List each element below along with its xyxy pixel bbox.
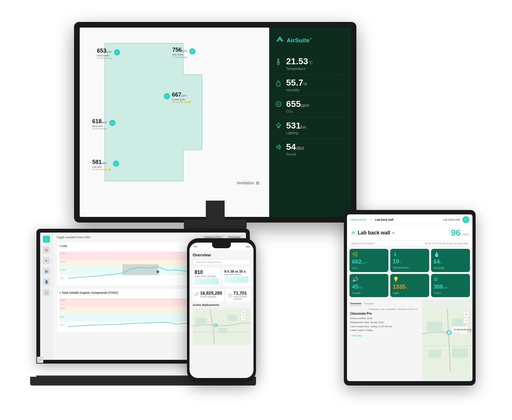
alerts-mini-chart <box>195 278 219 285</box>
nav-user-icon[interactable]: 👤 <box>43 278 50 285</box>
tvoc-chart-title: ≡ Total Volatile Organic Compounds (TVOC… <box>59 291 118 294</box>
monitor-stand-base <box>184 219 247 229</box>
tablet-page-name: Lab back wall <box>358 230 390 236</box>
sensor-kitchenette: 653ppm Kitchenette 13 minutes ago ✓ <box>97 48 120 59</box>
lighting-icon <box>275 123 282 130</box>
toggle-hours-filter[interactable]: Toggle standard hours filter <box>56 236 91 239</box>
lighting-value: 531 <box>286 121 301 130</box>
nav-map-icon[interactable]: ⊞ <box>43 246 50 253</box>
floorplan-panel: 653ppm Kitchenette 13 minutes ago ✓ 756p… <box>80 28 269 217</box>
tablet-report-time: As at 11:07:43 am (a few seconds ago) <box>425 242 469 245</box>
tablet-header: Deployments › Lab back wall Lab back wal… <box>347 214 472 225</box>
temperature-value: 21.53 <box>286 56 308 66</box>
laptop-sidebar: ⌂ ⊞ ● ▦ 👤 🛒 >> <box>40 233 53 360</box>
stats-panel: AirSuite™ 21.53°C <box>269 28 351 217</box>
tablet-deployments-nav[interactable]: Deployments <box>350 218 367 221</box>
phone-sensor-readings: 📈 16,825,285 Sensor readings <box>193 289 224 302</box>
sensor-mri-rimu: 756ppm MRI Rimu 15 minutes ago ✓ <box>172 47 195 58</box>
tablet-score-unit: /100 <box>462 233 469 236</box>
co2-label: CO₂ <box>286 109 309 113</box>
phone-page-title: Overview <box>193 253 250 257</box>
svg-point-14 <box>215 324 217 326</box>
tablet-bottom-section: Overview Changes 3 Melody Lane, Hamilton… <box>347 300 472 381</box>
phone-hours-collected: 🕐 71,701 Hours of data collected <box>226 289 250 302</box>
co2-chart-title: ≡ CO₂ <box>59 244 67 248</box>
phone-avg-duration: 9 h 38 m 35 s Avg alert duration <box>222 268 250 286</box>
tablet-header-right: Lab back wall U <box>443 216 469 223</box>
svg-rect-12 <box>219 328 227 333</box>
tablet-humidity-icon: 💧 <box>434 251 467 257</box>
tablet-logo-icon <box>351 230 356 235</box>
sensor-back-wall: 618ppm Back wall 29 minutes ago ✓ <box>92 118 115 130</box>
tablet-sensor-grid: 🌿 662ppm CO₂ 🌡 19°C Temperature 💧 64% <box>347 246 472 300</box>
svg-text:−: − <box>243 317 245 320</box>
phone-bezel: 9:41 ●●● Overview Search for deployment.… <box>187 238 256 382</box>
chart-selection-dot <box>157 270 159 273</box>
phone-content: Overview Search for deployment... 810 Ac… <box>189 250 253 348</box>
sound-label: Sound <box>286 152 304 156</box>
humidity-value: 55.7 <box>286 78 303 87</box>
tablet-temp-icon: 🌡 <box>393 251 427 257</box>
nav-data-icon[interactable]: ▦ <box>43 268 50 275</box>
stat-co2: 655ppm CO₂ <box>275 96 344 118</box>
tablet-device-name: Classmate Pro <box>350 312 419 315</box>
tablet-header-tabs: Deployments › Lab back wall <box>350 218 393 221</box>
humidity-label: Humidity <box>286 88 307 92</box>
nav-shop-icon[interactable]: 🛒 <box>43 289 50 296</box>
phone-stats-row: 810 Active alerts (30 days) 9 h 38 m 35 … <box>193 268 250 286</box>
monitor-bezel: 653ppm Kitchenette 13 minutes ago ✓ 756p… <box>74 22 356 223</box>
tablet-info-panel: Overview Changes 3 Melody Lane, Hamilton… <box>347 300 422 381</box>
svg-text:+: + <box>243 312 244 315</box>
tablet-user-avatar[interactable]: U <box>462 216 469 223</box>
add-tags-button[interactable]: + Add tags <box>350 334 362 337</box>
sidebar-expand-icon[interactable]: >> <box>40 357 43 360</box>
stat-humidity: 55.7% Humidity <box>275 75 344 96</box>
tablet-report-label: Latest Sensor Report <box>351 242 375 245</box>
phone: 9:41 ●●● Overview Search for deployment.… <box>187 238 256 382</box>
svg-rect-23 <box>452 348 468 358</box>
airsuite-logo: AirSuite™ <box>275 35 344 46</box>
svg-text:To Wairoa Road B...: To Wairoa Road B... <box>454 328 472 331</box>
phone-active-alerts: 810 Active alerts (30 days) <box>193 268 221 286</box>
lighting-unit: lux <box>301 124 307 129</box>
tablet-light-icon: 💡 <box>393 276 427 282</box>
phone-map: + − <box>193 308 250 345</box>
sensor-lab-wall: 581ppm Lab wall 31 seconds ago 🟡 ✓ <box>92 159 119 171</box>
svg-text:+: + <box>465 312 467 316</box>
phone-search-input[interactable]: Search for deployment... <box>193 259 250 265</box>
phone-map-svg: + − <box>193 308 250 345</box>
svg-rect-10 <box>195 318 207 325</box>
monitor-stand-neck <box>206 201 225 219</box>
tablet-map-panel: To Wairoa Road B... + − <box>422 300 472 381</box>
tab-overview[interactable]: Overview <box>350 302 361 306</box>
tablet-sensor-tvoc: ⚙ 308ppb TVOC <box>431 274 470 297</box>
phone-screen: 9:41 ●●● Overview Search for deployment.… <box>189 243 253 378</box>
tablet-sensor-co2: 🌿 662ppm CO₂ <box>349 249 388 272</box>
tablet-device-info: Serial number: 8342 Deployment date: 28 … <box>350 317 419 338</box>
main-scene: 653ppm Kitchenette 13 minutes ago ✓ 756p… <box>36 22 476 398</box>
active-deployments-label: Active deployments <box>193 303 250 307</box>
edit-icon[interactable]: ✏ <box>392 231 395 235</box>
temperature-unit: °C <box>308 60 313 65</box>
svg-text:−: − <box>465 318 467 322</box>
svg-point-3 <box>276 102 281 107</box>
svg-rect-20 <box>427 322 443 331</box>
svg-rect-22 <box>429 350 441 358</box>
tablet-sensor-humidity: 💧 64% Humidity <box>431 249 470 272</box>
nav-settings-icon[interactable]: ● <box>43 257 50 264</box>
tablet-tvoc-icon: ⚙ <box>434 276 467 282</box>
tablet-overview-tabs: Overview Changes <box>350 302 419 306</box>
stat-lighting: 531lux Lighting <box>275 118 344 139</box>
tab-changes[interactable]: Changes <box>364 302 374 306</box>
tablet-co2-icon: 🌿 <box>352 251 386 257</box>
tablet-sensor-light: 💡 1335lx Light <box>390 274 429 297</box>
tablet-address: 3 Melody Lane, Hamilton, Hamilton 3216, … <box>350 308 419 311</box>
stat-temperature: 21.53°C Temperature <box>275 53 344 75</box>
svg-rect-11 <box>227 315 237 321</box>
phone-notch <box>212 243 231 248</box>
tablet-breadcrumb-arrow: › <box>371 218 371 221</box>
co2-unit: ppm <box>301 103 309 108</box>
nav-home-icon[interactable]: ⌂ <box>43 236 50 243</box>
tablet-report-time-bar: Latest Sensor Report As at 11:07:43 am (… <box>347 241 472 246</box>
ventilation-label: Ventilation ⚙ <box>237 181 260 186</box>
